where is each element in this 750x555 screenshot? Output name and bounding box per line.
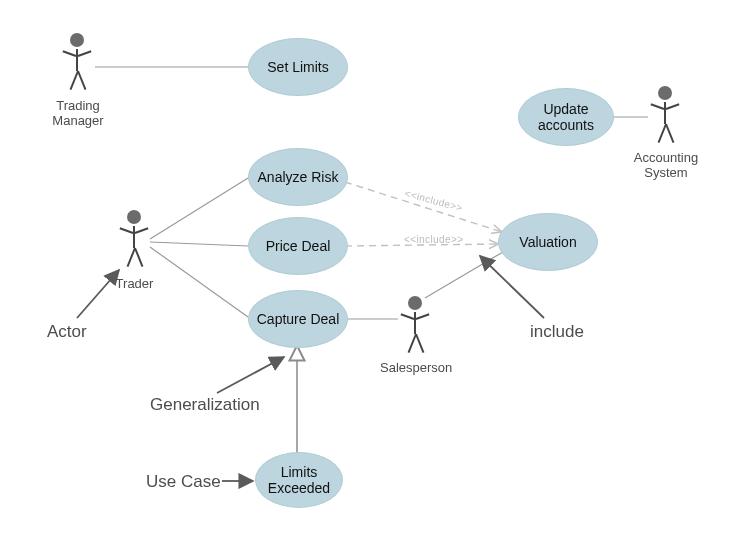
actor-accounting-system	[648, 86, 682, 150]
usecase-capture-deal: Capture Deal	[248, 290, 348, 348]
annotation-actor: Actor	[47, 322, 87, 342]
assoc-trader-analyze-risk	[150, 178, 248, 239]
usecase-limits-exceeded: Limits Exceeded	[255, 452, 343, 508]
usecase-analyze-risk: Analyze Risk	[248, 148, 348, 206]
annotation-generalization: Generalization	[150, 395, 260, 415]
actor-trader-label: Trader	[112, 276, 157, 291]
actor-trading-manager-label: Trading Manager	[48, 98, 108, 128]
usecase-update-accounts: Update accounts	[518, 88, 614, 146]
actor-accounting-system-label: Accounting System	[631, 150, 701, 180]
stereotype-include-2: <<include>>	[404, 234, 463, 245]
annotation-use-case: Use Case	[146, 472, 221, 492]
pointer-generalization	[217, 357, 284, 393]
usecase-price-deal: Price Deal	[248, 217, 348, 275]
actor-salesperson-label: Salesperson	[380, 360, 452, 375]
assoc-trader-price-deal	[150, 242, 248, 246]
actor-salesperson	[398, 296, 432, 360]
usecase-set-limits: Set Limits	[248, 38, 348, 96]
include-analyze-valuation	[345, 182, 502, 232]
assoc-salesperson-valuation	[425, 249, 508, 298]
annotation-include: include	[530, 322, 584, 342]
actor-trader	[117, 210, 151, 274]
assoc-trader-capture-deal	[150, 247, 248, 317]
usecase-valuation: Valuation	[498, 213, 598, 271]
actor-trading-manager	[60, 33, 94, 97]
